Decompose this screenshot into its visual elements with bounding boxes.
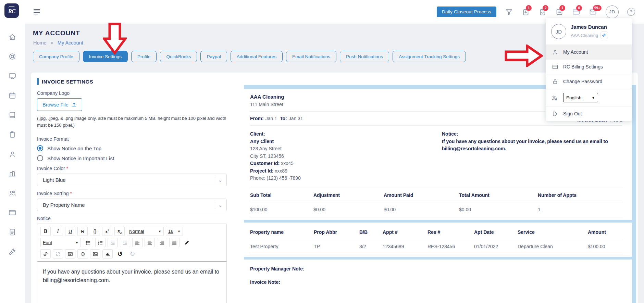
invoice-format-label: Invoice Format — [37, 136, 229, 142]
items-row: Test Property TP 3/2 12345689 RES-123456… — [250, 239, 622, 254]
menu-item-my-account[interactable]: My Account — [546, 45, 632, 59]
redo-button[interactable]: ↻ — [127, 249, 137, 258]
tab-profile[interactable]: Profile — [131, 51, 157, 62]
superscript-button[interactable]: x2 — [102, 227, 112, 236]
align-right-button[interactable] — [157, 238, 167, 247]
book-icon[interactable] — [8, 111, 16, 119]
radio-unselected-icon — [37, 155, 43, 161]
font-family-dropdown[interactable]: Font▼ — [40, 238, 81, 247]
browse-file-button[interactable]: Browse File — [37, 98, 82, 111]
credit-card-icon[interactable] — [8, 209, 16, 217]
client-name: Any Client — [250, 138, 442, 146]
client-city: City ST, 123456 — [250, 153, 442, 160]
invoice-note-label: Invoice Note: — [250, 279, 622, 285]
language-select[interactable]: English ▼ — [563, 93, 598, 102]
radio-show-notice-important[interactable]: Show Notice in Important List — [37, 155, 229, 161]
checklist-badge: 1 — [559, 5, 565, 11]
notice-editor-content[interactable]: If you have any questions about your inv… — [37, 262, 226, 291]
radio-show-notice-top[interactable]: Show Notice on the Top — [37, 145, 229, 151]
invoice-sorting-select[interactable]: By Property Name ⌄ — [37, 199, 227, 211]
tab-email-notifications[interactable]: Email Notifications — [286, 51, 336, 62]
client-address: 123 Any Street — [250, 145, 442, 153]
tab-company-profile[interactable]: Company Profile — [33, 51, 79, 62]
document-icon[interactable] — [8, 228, 16, 236]
insert-link-button[interactable] — [40, 249, 51, 258]
menu-item-sign-out[interactable]: Sign Out — [546, 106, 632, 121]
to-value: Jan 31 — [289, 116, 303, 121]
checklist-icon[interactable]: 1 — [555, 8, 564, 16]
tab-quickbooks[interactable]: QuickBooks — [160, 51, 197, 62]
italic-button[interactable]: I — [53, 227, 63, 236]
subscript-button[interactable]: x2 — [114, 227, 125, 236]
filter-icon[interactable] — [505, 8, 513, 16]
tasks-icon[interactable]: 2 — [538, 8, 547, 16]
invoice-totals-table: Sub Total Adjustment Amount Paid Total A… — [250, 188, 622, 217]
totals-row: $100.00 $0.00 $0.00 $0.00 1 — [250, 202, 622, 217]
font-size-dropdown[interactable]: 16▼ — [166, 227, 183, 236]
user-avatar[interactable]: JD — [606, 5, 619, 18]
undo-button[interactable]: ↺ — [115, 249, 125, 258]
invoice-notice-block: Notice: If you have any questions about … — [442, 130, 622, 182]
from-value: Jan 1 — [265, 116, 277, 121]
daily-closeout-button[interactable]: Daily Closeout Process — [437, 7, 496, 17]
menu-toggle-icon[interactable] — [34, 9, 40, 15]
tab-assignment-tracking[interactable]: Assignment Tracking Settings — [393, 51, 466, 62]
tab-push-notifications[interactable]: Push Notifications — [340, 51, 389, 62]
menu-item-rc-billing-settings[interactable]: RC Billing Settings — [546, 59, 632, 74]
invoice-client-notice-row: Client: Any Client 123 Any Street City S… — [250, 126, 622, 182]
align-center-button[interactable] — [145, 238, 155, 247]
breadcrumb-home[interactable]: Home — [33, 40, 47, 46]
insert-image-button[interactable] — [90, 249, 100, 258]
person-icon[interactable] — [8, 150, 16, 158]
invoice-color-strip — [244, 257, 632, 260]
remove-link-button[interactable] — [53, 249, 63, 258]
code-view-button[interactable] — [65, 249, 75, 258]
strikethrough-button[interactable]: S — [77, 227, 88, 236]
eraser-button[interactable] — [102, 249, 113, 258]
radio-label: Show Notice on the Top — [47, 146, 101, 151]
numbered-list-button[interactable] — [95, 238, 106, 247]
assignments-icon[interactable]: 1 — [522, 8, 530, 16]
calendar-icon[interactable] — [8, 91, 16, 100]
notice-heading: Notice: — [442, 130, 622, 138]
code-braces-button[interactable]: {} — [90, 227, 100, 236]
building-icon[interactable] — [8, 169, 16, 178]
paragraph-style-dropdown[interactable]: Normal▼ — [127, 227, 164, 236]
invoice-color-label: Invoice Color* — [37, 166, 229, 171]
clipboard-icon[interactable] — [8, 130, 16, 139]
rc-logo-text: RC — [8, 8, 15, 15]
lock-icon — [552, 78, 558, 85]
outdent-button[interactable] — [120, 238, 130, 247]
tab-additional-features[interactable]: Additional Features — [231, 51, 283, 62]
text-color-pen-button[interactable] — [182, 238, 192, 247]
section-accent-bar — [37, 78, 39, 85]
tab-paypal[interactable]: Paypal — [200, 51, 227, 62]
billing-card-icon[interactable]: 0 — [572, 8, 580, 16]
justify-button[interactable] — [169, 238, 179, 247]
emoji-button[interactable]: ☺ — [77, 249, 88, 258]
team-icon[interactable] — [8, 189, 16, 197]
underline-button[interactable]: U — [65, 227, 75, 236]
indent-button[interactable] — [108, 238, 118, 247]
support-lifebuoy-icon[interactable] — [8, 52, 16, 61]
invoice-color-select[interactable]: Light Blue ⌄ — [37, 174, 227, 186]
client-phone: Phone: (123) 456 -7890 — [250, 175, 442, 182]
help-icon[interactable]: ? — [627, 8, 635, 16]
sidebar-nav — [0, 33, 25, 256]
home-icon[interactable] — [8, 33, 16, 41]
menu-item-change-password[interactable]: Change Password — [546, 74, 632, 89]
editor-toolbar: B I U S {} x2 x2 Normal▼ 16▼ Font▼ — [37, 224, 226, 262]
bold-button[interactable]: B — [40, 227, 51, 236]
notice-text: If you have any questions about your inv… — [442, 138, 622, 153]
breadcrumb-current: My Account — [58, 40, 83, 46]
messages-icon[interactable]: 99+ — [589, 8, 597, 16]
screen-cast-icon[interactable] — [8, 72, 16, 80]
wrench-icon[interactable] — [8, 248, 16, 256]
bullet-list-button[interactable] — [83, 238, 93, 247]
left-sidebar: RC — [0, 0, 25, 303]
user-company: AAA Cleaning — [571, 33, 598, 38]
rc-logo[interactable]: RC — [4, 3, 19, 18]
breadcrumb: Home » My Account — [33, 40, 83, 46]
tab-invoice-settings[interactable]: Invoice Settings — [83, 51, 128, 62]
align-left-button[interactable] — [132, 238, 143, 247]
